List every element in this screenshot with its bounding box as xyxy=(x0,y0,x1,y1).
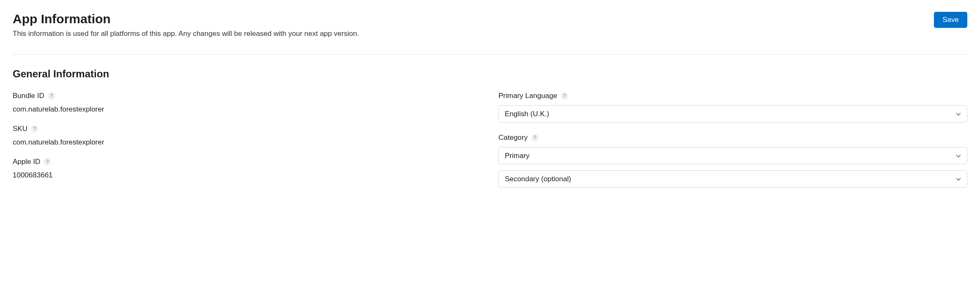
bundle-id-value: com.naturelab.forestexplorer xyxy=(13,105,482,114)
apple-id-field: Apple ID ? 1000683661 xyxy=(13,158,482,180)
help-icon[interactable]: ? xyxy=(561,92,568,100)
help-icon[interactable]: ? xyxy=(44,158,51,166)
primary-language-select[interactable]: English (U.K.) xyxy=(498,105,967,123)
category-label: Category xyxy=(498,134,528,142)
apple-id-label: Apple ID xyxy=(13,158,40,166)
primary-language-field: Primary Language ? English (U.K.) xyxy=(498,92,967,123)
section-divider xyxy=(13,54,967,55)
help-icon[interactable]: ? xyxy=(48,92,55,100)
sku-field: SKU ? com.naturelab.forestexplorer xyxy=(13,125,482,147)
sku-value: com.naturelab.forestexplorer xyxy=(13,138,482,147)
help-icon[interactable]: ? xyxy=(531,134,539,142)
bundle-id-label: Bundle ID xyxy=(13,92,44,100)
apple-id-value: 1000683661 xyxy=(13,171,482,180)
primary-language-label: Primary Language xyxy=(498,92,557,100)
bundle-id-field: Bundle ID ? com.naturelab.forestexplorer xyxy=(13,92,482,114)
left-column: Bundle ID ? com.naturelab.forestexplorer… xyxy=(13,92,482,199)
page-description: This information is used for all platfor… xyxy=(13,30,934,38)
category-secondary-select[interactable]: Secondary (optional) xyxy=(498,170,967,188)
right-column: Primary Language ? English (U.K.) Catego… xyxy=(498,92,967,199)
sku-label: SKU xyxy=(13,125,27,133)
help-icon[interactable]: ? xyxy=(31,125,38,133)
category-field: Category ? Primary Secondary (optional) xyxy=(498,134,967,188)
page-title: App Information xyxy=(13,12,934,26)
category-primary-select[interactable]: Primary xyxy=(498,147,967,164)
section-title: General Information xyxy=(13,68,967,80)
save-button[interactable]: Save xyxy=(934,12,967,28)
